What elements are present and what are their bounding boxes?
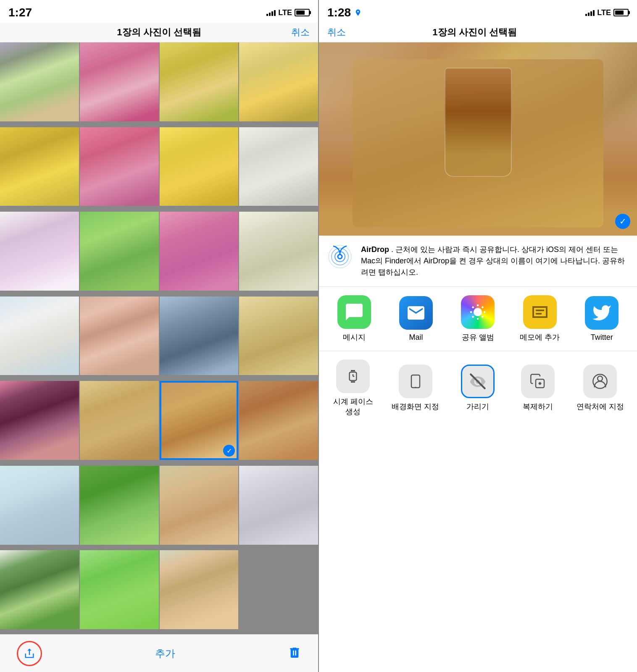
nav-title-left: 1장의 사진이 선택됨 — [117, 26, 201, 39]
photo-cell-25[interactable] — [80, 550, 159, 629]
signal-bars-right — [585, 9, 595, 16]
coffee-photo — [319, 42, 637, 236]
photo-cell-5[interactable] — [0, 127, 79, 206]
time-location-group: 1:28 — [327, 6, 362, 19]
wallpaper-label: 배경화면 지정 — [392, 402, 439, 412]
mail-label: Mail — [409, 333, 423, 342]
photo-cell-11[interactable] — [160, 212, 239, 291]
photo-bg-25 — [80, 550, 159, 629]
svg-rect-10 — [411, 375, 420, 388]
photo-cell-18[interactable] — [80, 381, 159, 460]
svg-point-3 — [329, 245, 351, 268]
share-apps-row: 메시지 Mail 공유 앨범 — [319, 287, 637, 351]
photo-cell-2[interactable] — [80, 42, 159, 121]
lte-left: LTE — [278, 8, 292, 17]
photo-cell-8[interactable] — [239, 127, 318, 206]
messages-icon — [337, 295, 371, 329]
glass-body — [445, 68, 512, 177]
photo-cell-20[interactable] — [0, 466, 79, 545]
photo-cell-3[interactable] — [160, 42, 239, 121]
photo-bg-9 — [0, 212, 79, 291]
photo-bg-16 — [239, 297, 318, 375]
photo-cell-17[interactable] — [0, 381, 79, 460]
photo-bg-7 — [160, 127, 239, 206]
photo-bg-6 — [80, 127, 159, 206]
airdrop-title: AirDrop — [361, 245, 389, 254]
cancel-button-left[interactable]: 취소 — [291, 26, 310, 39]
battery-right — [613, 9, 629, 16]
action-watch[interactable]: 시계 페이스생성 — [332, 360, 374, 417]
photo-cell-selected[interactable]: ✓ — [160, 381, 239, 460]
time-left: 1:27 — [8, 6, 32, 19]
photo-cell-14[interactable] — [80, 297, 159, 375]
notes-svg — [530, 302, 550, 322]
bar4r — [593, 10, 595, 16]
svg-point-0 — [338, 255, 342, 259]
hide-label: 가리기 — [466, 402, 489, 412]
photo-cell-24[interactable] — [0, 550, 79, 629]
photo-cell-22[interactable] — [160, 466, 239, 545]
photo-bg-2 — [80, 42, 159, 121]
action-duplicate[interactable]: 복제하기 — [517, 365, 559, 412]
photo-cell-19[interactable] — [239, 381, 318, 460]
action-wallpaper[interactable]: 배경화면 지정 — [392, 365, 439, 412]
twitter-icon — [585, 296, 619, 330]
airdrop-svg — [327, 244, 353, 269]
add-button[interactable]: 추가 — [155, 647, 175, 660]
cancel-button-right[interactable]: 취소 — [327, 26, 346, 39]
photo-cell-15[interactable] — [160, 297, 239, 375]
photo-cell-23[interactable] — [239, 466, 318, 545]
app-notes[interactable]: 메모에 추가 — [519, 295, 561, 342]
battery-fill-right — [615, 10, 624, 15]
app-twitter[interactable]: Twitter — [581, 296, 623, 342]
photos-svg — [468, 302, 488, 322]
bar3r — [590, 11, 592, 16]
messages-label: 메시지 — [343, 332, 366, 342]
photo-cell-13[interactable] — [0, 297, 79, 375]
photo-cell-26[interactable] — [160, 550, 239, 629]
photo-bg-13 — [0, 297, 79, 375]
photo-cell-10[interactable] — [80, 212, 159, 291]
watch-icon-wrap — [336, 360, 370, 393]
action-hide[interactable]: 가리기 — [457, 365, 499, 412]
app-photos[interactable]: 공유 앨범 — [457, 295, 499, 342]
glass-cup — [440, 68, 516, 185]
app-messages[interactable]: 메시지 — [333, 295, 375, 342]
photo-bg-15 — [160, 297, 239, 375]
twitter-svg — [592, 303, 612, 323]
trash-icon — [288, 646, 301, 659]
photo-cell-9[interactable] — [0, 212, 79, 291]
photo-bg-17 — [0, 381, 79, 460]
nav-bar-right: 취소 1장의 사진이 선택됨 — [319, 23, 637, 42]
airdrop-section[interactable]: AirDrop . 근처에 있는 사람과 즉시 공유합니다. 상대가 iOS의 … — [319, 236, 637, 287]
photo-cell-4[interactable] — [239, 42, 318, 121]
photos-label: 공유 앨범 — [462, 332, 494, 342]
photo-cell-12[interactable] — [239, 212, 318, 291]
action-contact[interactable]: 연락처에 지정 — [576, 365, 624, 412]
lte-right: LTE — [597, 8, 611, 17]
share-icon — [24, 648, 35, 659]
photo-bg-11 — [160, 212, 239, 291]
battery-fill-left — [296, 10, 305, 15]
right-panel: 1:28 LTE 취소 1장의 사진이 선택됨 — [319, 0, 637, 672]
photo-cell-21[interactable] — [80, 466, 159, 545]
contact-label: 연락처에 지정 — [576, 402, 624, 412]
notes-icon — [523, 295, 557, 329]
actions-row: 시계 페이스생성 배경화면 지정 가리기 — [319, 351, 637, 425]
photo-cell-7[interactable] — [160, 127, 239, 206]
photo-bg-4 — [239, 42, 318, 121]
location-icon — [354, 9, 362, 16]
delete-button[interactable] — [288, 646, 301, 661]
status-bar-right: 1:28 LTE — [319, 0, 637, 23]
app-mail[interactable]: Mail — [395, 296, 437, 342]
duplicate-icon — [529, 373, 546, 390]
photo-cell-6[interactable] — [80, 127, 159, 206]
airdrop-desc-text: . 근처에 있는 사람과 즉시 공유합니다. 상대가 iOS의 제어 센터 또는… — [361, 245, 625, 276]
photo-grid: ✓ — [0, 42, 318, 634]
photo-cell-16[interactable] — [239, 297, 318, 375]
share-button[interactable] — [17, 641, 42, 666]
bar4 — [274, 10, 276, 16]
photo-cell-1[interactable] — [0, 42, 79, 121]
photo-bg-12 — [239, 212, 318, 291]
photo-bg-3 — [160, 42, 239, 121]
